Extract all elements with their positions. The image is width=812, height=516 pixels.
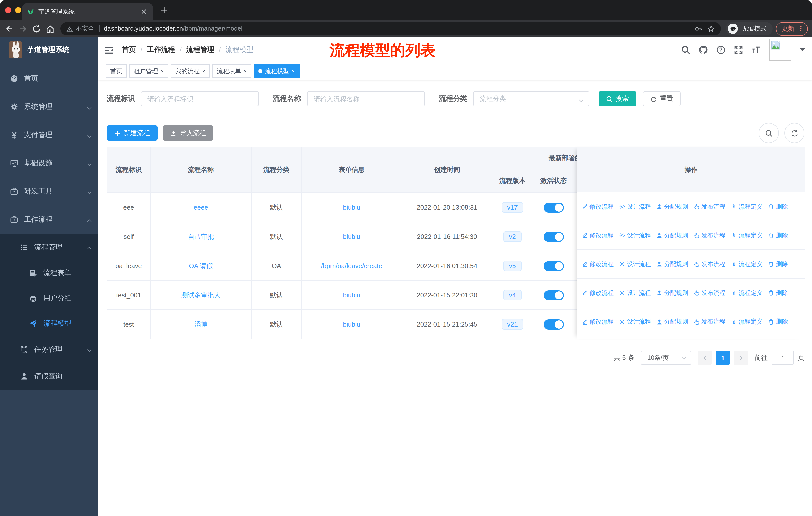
browser-tab[interactable]: 芋道管理系统 [22,3,153,20]
security-label[interactable]: 不安全 [76,24,94,33]
next-page-button[interactable] [734,351,748,365]
search-button[interactable]: 搜索 [599,91,636,106]
action-分配规则[interactable]: 分配规则 [657,202,688,211]
filter-category-select[interactable]: 流程分类 [473,91,589,106]
breadcrumb-item[interactable]: 工作流程 [147,45,175,54]
collapse-sidebar-icon[interactable] [104,45,114,55]
home-icon[interactable] [45,23,55,34]
tag-首页[interactable]: 首页 [106,64,127,78]
current-page-button[interactable]: 1 [716,351,730,365]
sidebar-item-基础设施[interactable]: 基础设施 [0,149,98,178]
action-流程定义[interactable]: 流程定义 [731,318,763,326]
action-发布流程[interactable]: 发布流程 [694,231,725,240]
action-发布流程[interactable]: 发布流程 [694,202,725,211]
action-删除[interactable]: 删除 [768,260,788,268]
model-name-link[interactable]: 测试多审批人 [181,291,221,300]
action-分配规则[interactable]: 分配规则 [657,260,688,268]
form-link[interactable]: /bpm/oa/leave/create [321,262,382,270]
update-label[interactable]: 更新 [782,24,794,33]
action-分配规则[interactable]: 分配规则 [657,289,688,297]
reload-icon[interactable] [31,23,42,34]
sidebar-item-流程模型[interactable]: 流程模型 [0,311,98,336]
caret-down-icon[interactable] [800,48,805,51]
form-link[interactable]: biubiu [343,291,360,299]
tag-close-icon[interactable]: × [161,68,164,74]
action-流程定义[interactable]: 流程定义 [731,231,763,240]
avatar[interactable] [769,39,791,61]
action-修改流程[interactable]: 修改流程 [582,260,614,268]
sidebar-item-任务管理[interactable]: 任务管理 [0,336,98,363]
browser-menu-icon[interactable] [798,25,805,32]
fullscreen-icon[interactable] [734,45,743,54]
help-question-icon[interactable] [716,45,725,54]
breadcrumb-item[interactable]: 首页 [122,45,136,54]
action-删除[interactable]: 删除 [768,318,788,326]
active-toggle[interactable] [544,261,563,271]
forward-icon[interactable] [18,23,28,34]
sidebar-item-研发工具[interactable]: 研发工具 [0,178,98,206]
password-key-icon[interactable] [695,25,702,32]
active-toggle[interactable] [544,290,563,300]
action-流程定义[interactable]: 流程定义 [731,202,763,211]
sidebar-item-请假查询[interactable]: 请假查询 [0,363,98,389]
prev-page-button[interactable] [698,351,712,365]
address-bar[interactable]: 不安全 dashboard.yudao.iocoder.cn /bpm/mana… [60,22,721,35]
sidebar-item-首页[interactable]: 首页 [0,64,98,93]
active-toggle[interactable] [544,232,563,242]
action-流程定义[interactable]: 流程定义 [731,289,763,297]
tag-流程模型[interactable]: 流程模型× [254,64,299,78]
model-name-link[interactable]: 滔博 [194,320,207,329]
action-修改流程[interactable]: 修改流程 [582,289,614,297]
action-修改流程[interactable]: 修改流程 [582,202,614,211]
sidebar-item-工作流程[interactable]: 工作流程 [0,206,98,234]
action-发布流程[interactable]: 发布流程 [694,318,725,326]
action-发布流程[interactable]: 发布流程 [694,260,725,268]
action-设计流程[interactable]: 设计流程 [619,231,651,240]
sidebar-item-系统管理[interactable]: 系统管理 [0,93,98,121]
action-设计流程[interactable]: 设计流程 [619,202,651,211]
model-name-link[interactable]: 自己审批 [188,232,214,241]
action-分配规则[interactable]: 分配规则 [657,318,688,326]
action-删除[interactable]: 删除 [768,231,788,240]
model-name-link[interactable]: OA 请假 [189,261,213,270]
bookmark-star-icon[interactable] [707,25,715,32]
tag-我的流程[interactable]: 我的流程× [171,64,210,78]
new-tab-button[interactable] [160,6,168,14]
action-设计流程[interactable]: 设计流程 [619,260,651,268]
toggle-search-button[interactable] [759,123,779,143]
filter-key-input[interactable] [141,91,259,106]
back-icon[interactable] [4,23,14,34]
create-model-button[interactable]: 新建流程 [107,126,157,141]
model-name-link[interactable]: eeee [194,203,208,211]
form-link[interactable]: biubiu [343,321,360,328]
sidebar-item-用户分组[interactable]: 用户分组 [0,286,98,311]
tab-close-icon[interactable] [140,7,148,16]
tag-流程表单[interactable]: 流程表单× [212,64,252,78]
tag-close-icon[interactable]: × [202,68,205,74]
active-toggle[interactable] [544,202,563,212]
refresh-table-button[interactable] [784,123,805,143]
filter-name-input[interactable] [307,91,425,106]
action-流程定义[interactable]: 流程定义 [731,260,763,268]
font-size-icon[interactable] [752,45,761,54]
action-设计流程[interactable]: 设计流程 [619,289,651,297]
action-设计流程[interactable]: 设计流程 [619,318,651,326]
sidebar-item-支付管理[interactable]: 支付管理 [0,121,98,149]
close-window-button[interactable] [5,7,11,13]
action-修改流程[interactable]: 修改流程 [582,318,614,326]
github-icon[interactable] [699,45,708,54]
tag-租户管理[interactable]: 租户管理× [129,64,168,78]
search-icon[interactable] [681,45,690,54]
action-分配规则[interactable]: 分配规则 [657,231,688,240]
browser-update-button[interactable]: 更新 [776,22,808,35]
breadcrumb-item[interactable]: 流程管理 [186,45,214,54]
form-link[interactable]: biubiu [343,233,360,240]
action-发布流程[interactable]: 发布流程 [694,289,725,297]
tag-close-icon[interactable]: × [292,68,295,74]
page-size-select[interactable]: 10条/页 [641,351,691,365]
minimize-window-button[interactable] [15,7,21,13]
active-toggle[interactable] [544,319,563,329]
action-修改流程[interactable]: 修改流程 [582,231,614,240]
tag-close-icon[interactable]: × [244,68,247,74]
goto-page-input[interactable] [772,351,794,365]
